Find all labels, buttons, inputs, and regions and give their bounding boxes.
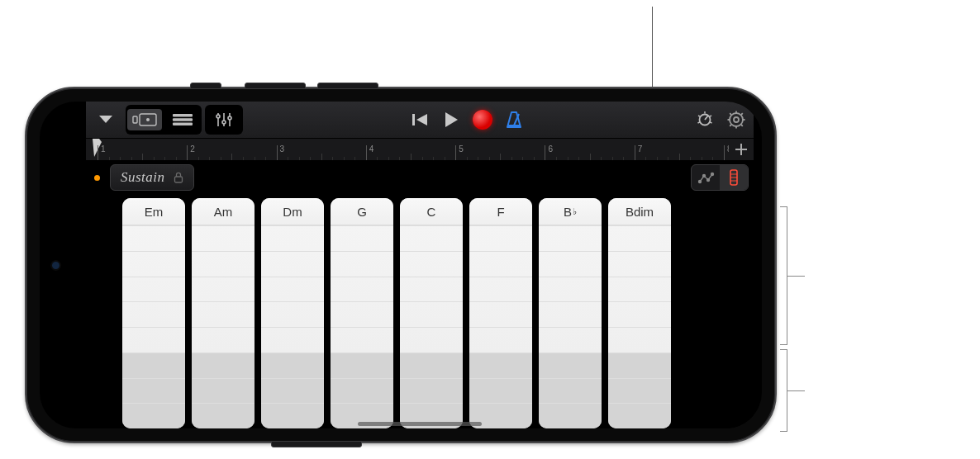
chord-segment[interactable] <box>400 301 463 327</box>
chord-bass-segment[interactable] <box>122 353 185 378</box>
chord-segment[interactable] <box>192 251 255 277</box>
chord-segment[interactable] <box>608 225 671 251</box>
chord-segment[interactable] <box>539 277 602 302</box>
chord-label: F <box>469 198 532 225</box>
chord-segment[interactable] <box>192 327 255 353</box>
chord-segment[interactable] <box>261 225 324 251</box>
chord-bass-segment[interactable] <box>608 378 671 404</box>
chord-segment[interactable] <box>400 251 463 277</box>
chord-segment[interactable] <box>400 327 463 353</box>
chord-bass-segment[interactable] <box>331 353 393 378</box>
chord-bass-segment[interactable] <box>192 378 255 404</box>
play-mode-notes-button[interactable] <box>692 165 720 190</box>
skip-back-icon <box>411 112 429 127</box>
chord-segment[interactable] <box>331 301 393 327</box>
chord-bass-segment[interactable] <box>261 378 324 404</box>
settings-button[interactable] <box>722 107 750 132</box>
chord-bass-segment[interactable] <box>608 353 671 378</box>
chord-segment[interactable] <box>539 225 602 251</box>
chord-segment[interactable] <box>261 327 324 353</box>
chord-segment[interactable] <box>539 301 602 327</box>
chord-segment[interactable] <box>192 225 255 251</box>
timeline-ruler[interactable]: 12345678 <box>86 139 754 161</box>
chord-strip[interactable]: Dm <box>261 198 324 428</box>
chord-segment[interactable] <box>608 301 671 327</box>
chord-segment[interactable] <box>192 277 255 302</box>
chord-bass-segment[interactable] <box>608 403 671 428</box>
chord-segment[interactable] <box>331 277 393 302</box>
chord-segment[interactable] <box>400 225 463 251</box>
chord-segment[interactable] <box>261 277 324 302</box>
add-section-button[interactable] <box>729 139 754 160</box>
chord-segment[interactable] <box>608 327 671 353</box>
metronome-button[interactable] <box>500 107 528 132</box>
svg-point-2 <box>146 118 150 121</box>
svg-rect-3 <box>173 114 193 117</box>
chord-segment[interactable] <box>469 225 532 251</box>
chord-strip[interactable]: Bdim <box>608 198 671 428</box>
chord-bass-segment[interactable] <box>400 378 463 404</box>
chord-segment[interactable] <box>261 251 324 277</box>
chord-bass-segment[interactable] <box>469 353 532 378</box>
guide-tick-lower <box>787 390 805 391</box>
chord-segment[interactable] <box>331 251 393 277</box>
chord-segment[interactable] <box>539 327 602 353</box>
chord-bass-segment[interactable] <box>122 403 185 428</box>
chord-segment[interactable] <box>469 277 532 302</box>
device-frame: 12345678 Sustain <box>25 87 777 443</box>
svg-rect-12 <box>412 114 415 125</box>
sustain-toggle[interactable]: Sustain <box>110 164 194 191</box>
chord-segment[interactable] <box>469 327 532 353</box>
sustain-label: Sustain <box>121 169 165 186</box>
chord-bass-segment[interactable] <box>192 403 255 428</box>
track-controls-button[interactable] <box>691 107 719 132</box>
tracks-view-icon <box>172 113 193 126</box>
play-button[interactable] <box>437 107 465 132</box>
chord-segment[interactable] <box>122 277 185 302</box>
chord-bass-segment[interactable] <box>539 353 602 378</box>
chord-bass-segment[interactable] <box>122 378 185 404</box>
chord-segment[interactable] <box>331 225 393 251</box>
notes-mode-icon <box>697 170 715 185</box>
chord-bass-segment[interactable] <box>261 353 324 378</box>
chord-strip[interactable]: Am <box>192 198 255 428</box>
chord-bass-segment[interactable] <box>469 378 532 404</box>
chord-segment[interactable] <box>331 327 393 353</box>
chord-segment[interactable] <box>400 277 463 302</box>
chord-segment[interactable] <box>469 301 532 327</box>
view-instrument-button[interactable] <box>127 109 162 130</box>
chord-segment[interactable] <box>608 251 671 277</box>
chord-segment[interactable] <box>122 301 185 327</box>
chord-strip[interactable]: Em <box>122 198 185 428</box>
go-to-beginning-button[interactable] <box>406 107 434 132</box>
browser-button[interactable] <box>89 107 122 132</box>
chord-strips-mode-icon <box>729 169 739 186</box>
chord-strip[interactable]: F <box>469 198 532 428</box>
svg-rect-32 <box>174 177 182 182</box>
chord-segment[interactable] <box>539 251 602 277</box>
chord-bass-segment[interactable] <box>539 378 602 404</box>
chord-bass-segment[interactable] <box>331 378 393 404</box>
chord-segment[interactable] <box>122 225 185 251</box>
ruler-scale[interactable]: 12345678 <box>86 139 729 160</box>
chord-segment[interactable] <box>608 277 671 302</box>
chord-segment[interactable] <box>122 327 185 353</box>
play-mode-chord-strips-button[interactable] <box>720 165 748 190</box>
chord-segment[interactable] <box>192 301 255 327</box>
chord-segment[interactable] <box>469 251 532 277</box>
svg-line-20 <box>698 122 700 123</box>
chord-bass-segment[interactable] <box>261 403 324 428</box>
chord-segment[interactable] <box>261 301 324 327</box>
chord-bass-segment[interactable] <box>400 353 463 378</box>
record-button[interactable] <box>469 107 497 132</box>
chord-strip[interactable]: C <box>400 198 463 428</box>
chord-bass-segment[interactable] <box>192 353 255 378</box>
ruler-bar-number: 7 <box>638 144 643 154</box>
mixer-button[interactable] <box>207 109 241 130</box>
chord-strip[interactable]: B♭ <box>539 198 602 428</box>
chord-segment[interactable] <box>122 251 185 277</box>
view-tracks-button[interactable] <box>165 109 200 130</box>
ruler-bar-number: 1 <box>101 144 106 154</box>
chord-bass-segment[interactable] <box>539 403 602 428</box>
chord-strip[interactable]: G <box>331 198 393 428</box>
